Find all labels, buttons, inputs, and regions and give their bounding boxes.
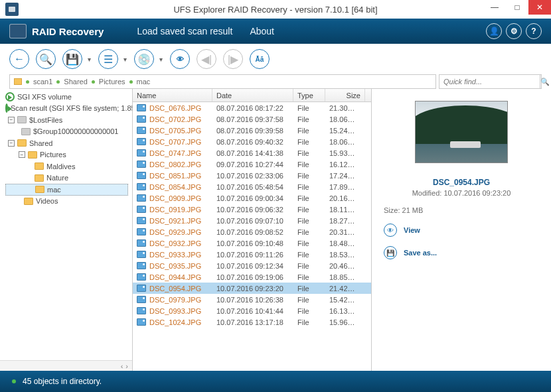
image-icon <box>137 161 146 168</box>
search-icon: 🔍 <box>540 78 550 86</box>
tree-mac[interactable]: mac <box>5 184 128 196</box>
col-header-date[interactable]: Date <box>212 89 293 101</box>
file-row[interactable]: DSC_0993.JPG10.07.2016 10:41:44File16.13… <box>133 305 371 316</box>
tree-pictures[interactable]: −Pictures <box>5 149 128 161</box>
preview-thumbnail <box>415 101 508 163</box>
collapse-icon[interactable]: − <box>19 151 25 158</box>
breadcrumb-row: scan1 Shared Pictures mac 🔍 <box>0 74 551 89</box>
file-size: 15.42 MB <box>325 296 365 304</box>
col-header-name[interactable]: Name <box>133 89 212 101</box>
crumb-2[interactable]: Pictures <box>99 78 125 86</box>
eye-icon: 👁 <box>384 224 397 237</box>
file-size: 17.89 MB <box>325 183 365 191</box>
file-row[interactable]: DSC_0979.JPG10.07.2016 10:26:38File15.42… <box>133 294 371 305</box>
case-button[interactable]: Āā <box>250 49 270 69</box>
window-close-button[interactable]: ✕ <box>528 0 551 15</box>
file-row[interactable]: DSC_0707.JPG08.07.2016 09:40:32File18.06… <box>133 136 371 147</box>
file-name: DSC_1024.JPG <box>149 318 208 326</box>
menu-load-scan[interactable]: Load saved scan result <box>137 26 232 36</box>
tree-lostfiles[interactable]: −$LostFiles <box>5 114 128 126</box>
preview-saveas-button[interactable]: 💾 Save as... <box>384 246 539 259</box>
zoom-button[interactable]: 🔍 <box>36 49 56 69</box>
save-button[interactable]: 💾 <box>62 49 82 69</box>
col-header-type[interactable]: Type <box>293 89 325 101</box>
file-type: File <box>293 115 325 123</box>
view-dropdown[interactable]: ▾ <box>122 56 127 63</box>
folder-icon <box>35 174 44 182</box>
image-icon <box>137 273 146 281</box>
crumb-1[interactable]: Shared <box>64 78 87 86</box>
settings-button[interactable]: ⚙ <box>506 23 522 39</box>
file-row[interactable]: DSC_0705.JPG08.07.2016 09:39:58File15.24… <box>133 125 371 136</box>
crumb-sep-icon <box>56 80 60 84</box>
file-date: 08.07.2016 09:39:58 <box>212 127 293 135</box>
find-button[interactable]: 👁 <box>170 49 190 69</box>
file-row[interactable]: DSC_0921.JPG10.07.2016 09:07:10File18.27… <box>133 215 371 226</box>
save-dropdown[interactable]: ▾ <box>86 56 92 63</box>
file-row[interactable]: DSC_1024.JPG10.07.2016 13:17:18File15.96… <box>133 316 371 328</box>
file-row[interactable]: DSC_0676.JPG08.07.2016 08:17:22File21.30… <box>133 102 371 113</box>
quickfind-search-button[interactable]: 🔍 <box>540 75 550 88</box>
file-list-body[interactable]: DSC_0676.JPG08.07.2016 08:17:22File21.30… <box>133 102 371 371</box>
back-button[interactable]: ← <box>9 49 29 69</box>
disk-dropdown[interactable]: ▾ <box>158 56 163 63</box>
crumb-3[interactable]: mac <box>137 78 151 86</box>
tree-group[interactable]: $Group100000000000001 <box>5 126 128 138</box>
file-date: 10.07.2016 09:12:34 <box>212 262 293 270</box>
file-row[interactable]: DSC_0933.JPG10.07.2016 09:11:26File18.53… <box>133 249 371 260</box>
file-row[interactable]: DSC_0747.JPG08.07.2016 14:41:38File15.93… <box>133 147 371 159</box>
quickfind-input[interactable] <box>439 75 540 88</box>
file-row[interactable]: DSC_0929.JPG10.07.2016 09:08:52File20.31… <box>133 226 371 237</box>
file-size: 18.85 MB <box>325 273 365 281</box>
file-date: 10.07.2016 09:08:52 <box>212 228 293 236</box>
brand-text: RAID Recovery <box>32 26 104 37</box>
menu-about[interactable]: About <box>250 26 274 36</box>
file-row[interactable]: DSC_0802.JPG09.07.2016 10:27:44File16.12… <box>133 159 371 170</box>
image-icon <box>137 285 146 292</box>
window-maximize-button[interactable]: □ <box>506 0 528 15</box>
file-row[interactable]: DSC_0932.JPG10.07.2016 09:10:48File18.48… <box>133 237 371 249</box>
next-button: |▶ <box>223 49 243 69</box>
tree-scan-result[interactable]: Scan result (SGI XFS file system; 1.85 G… <box>5 103 128 115</box>
file-name: DSC_0851.JPG <box>149 172 208 180</box>
crumb-0[interactable]: scan1 <box>33 78 52 86</box>
help-button[interactable]: ? <box>526 23 542 39</box>
tree-maldives[interactable]: Maldives <box>5 161 128 172</box>
file-row[interactable]: DSC_0944.JPG10.07.2016 09:19:06File18.85… <box>133 271 371 283</box>
tree-videos[interactable]: Videos <box>5 196 128 208</box>
image-icon <box>137 228 146 235</box>
file-name: DSC_0993.JPG <box>149 307 208 315</box>
file-row[interactable]: DSC_0909.JPG10.07.2016 09:00:34File20.16… <box>133 192 371 204</box>
view-button[interactable]: ☰ <box>98 49 118 69</box>
chevron-right-icon: › <box>125 362 128 370</box>
collapse-icon[interactable]: − <box>8 140 15 147</box>
tree-volume[interactable]: SGI XFS volume <box>5 91 128 103</box>
file-row[interactable]: DSC_0854.JPG10.07.2016 05:48:54File17.89… <box>133 181 371 192</box>
svg-rect-0 <box>9 7 15 12</box>
image-icon <box>137 251 146 258</box>
preview-filename: DSC_0954.JPG <box>433 178 490 187</box>
file-date: 09.07.2016 10:27:44 <box>212 161 293 168</box>
disk-button[interactable]: 💿 <box>134 49 154 69</box>
file-row[interactable]: DSC_0935.JPG10.07.2016 09:12:34File20.46… <box>133 260 371 271</box>
folder-icon <box>17 116 27 123</box>
file-row[interactable]: DSC_0919.JPG10.07.2016 09:06:32File18.11… <box>133 204 371 215</box>
collapse-icon[interactable]: − <box>8 117 15 123</box>
file-name: DSC_0702.JPG <box>149 115 208 123</box>
file-type: File <box>293 262 325 270</box>
file-row[interactable]: DSC_0702.JPG08.07.2016 09:37:58File18.06… <box>133 113 371 125</box>
breadcrumb[interactable]: scan1 Shared Pictures mac <box>9 74 436 89</box>
file-row[interactable]: DSC_0954.JPG10.07.2016 09:23:20File21.42… <box>133 283 371 294</box>
col-header-size[interactable]: Size <box>325 89 365 101</box>
file-name: DSC_0747.JPG <box>149 149 208 157</box>
tree-shared[interactable]: −Shared <box>5 137 128 149</box>
preview-view-button[interactable]: 👁 View <box>384 224 539 237</box>
file-name: DSC_0705.JPG <box>149 127 208 135</box>
tree-nature[interactable]: Nature <box>5 172 128 184</box>
user-button[interactable]: 👤 <box>486 23 502 39</box>
tree-hscroll[interactable]: ‹› <box>0 360 132 371</box>
gear-icon: ⚙ <box>511 27 518 36</box>
window-minimize-button[interactable]: — <box>483 0 506 15</box>
file-row[interactable]: DSC_0851.JPG10.07.2016 02:33:06File17.24… <box>133 170 371 181</box>
volume-icon <box>5 103 8 113</box>
